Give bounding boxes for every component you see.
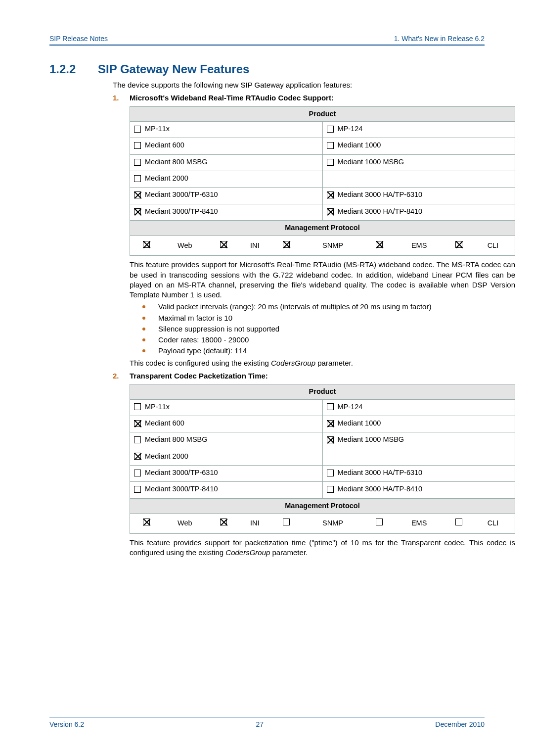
cell-label: Mediant 3000/TP-6310 — [145, 190, 218, 200]
checkbox-icon[interactable] — [327, 126, 334, 133]
checkbox-icon[interactable] — [134, 453, 141, 460]
mgmt-label: INI — [238, 516, 272, 531]
cell-label: Mediant 3000/TP-8410 — [145, 207, 218, 217]
mgmt-label: EMS — [394, 516, 445, 531]
mgmt-label: CLI — [473, 238, 513, 253]
list-number: 2. — [113, 371, 130, 381]
checkbox-icon[interactable] — [134, 126, 141, 133]
table-header: Management Protocol — [130, 221, 515, 236]
cell-label: Mediant 3000/TP-8410 — [145, 484, 218, 494]
table-row: Mediant 3000/TP-8410 Mediant 3000 HA/TP-… — [130, 204, 515, 220]
bullet-text: Maximal m factor is 10 — [158, 313, 232, 323]
list-item: Silence suppression is not supported — [142, 324, 515, 334]
list-item: Valid packet intervals (range): 20 ms (i… — [142, 302, 515, 312]
table-row: MP-11x MP-124 — [130, 399, 515, 416]
checkbox-icon[interactable] — [143, 519, 150, 525]
bullet-icon — [142, 305, 145, 308]
checkbox-icon[interactable] — [283, 241, 290, 248]
page-header: SIP Release Notes 1. What's New in Relea… — [49, 35, 485, 46]
bullet-text: Payload type (default): 114 — [158, 346, 247, 356]
bullet-icon — [142, 338, 145, 341]
list-title: Transparent Codec Packetization Time: — [130, 371, 268, 381]
bullet-text: Coder rates: 18000 - 29000 — [158, 335, 249, 345]
mgmt-label: INI — [238, 238, 272, 253]
cell-label: Mediant 800 MSBG — [145, 157, 208, 167]
cell-label: Mediant 1000 MSBG — [338, 157, 404, 167]
table-row: Mediant 3000/TP-6310 Mediant 3000 HA/TP-… — [130, 188, 515, 204]
table-row: MP-11x MP-124 — [130, 122, 515, 138]
cell-label: MP-124 — [338, 402, 363, 412]
checkbox-icon[interactable] — [376, 519, 383, 525]
table-row: Mediant 800 MSBG Mediant 1000 MSBG — [130, 154, 515, 171]
paragraph: This feature provides support for packet… — [130, 538, 515, 558]
cell-label: Mediant 3000 HA/TP-6310 — [338, 468, 423, 478]
cell-label: Mediant 3000 HA/TP-6310 — [338, 190, 423, 200]
list-title: Microsoft's Wideband Real-Time RTAudio C… — [130, 93, 334, 103]
footer-center: 27 — [256, 720, 264, 728]
table-row: Mediant 600 Mediant 1000 — [130, 138, 515, 154]
header-right: 1. What's New in Release 6.2 — [394, 35, 485, 43]
checkbox-icon[interactable] — [134, 436, 141, 443]
checkbox-icon[interactable] — [283, 519, 290, 525]
checkbox-icon[interactable] — [327, 191, 334, 198]
list-item: Coder rates: 18000 - 29000 — [142, 335, 515, 345]
list-item-2: 2. Transparent Codec Packetization Time: — [113, 371, 485, 381]
cell-label: Mediant 3000 HA/TP-8410 — [338, 207, 423, 217]
checkbox-icon[interactable] — [327, 142, 334, 149]
bullet-icon — [142, 328, 145, 331]
mgmt-row: Web INI SNMP EMS CLI — [130, 514, 515, 534]
bullet-icon — [142, 317, 145, 320]
checkbox-icon[interactable] — [134, 403, 141, 410]
section-header: 1.2.2 SIP Gateway New Features — [49, 62, 485, 76]
checkbox-icon[interactable] — [134, 175, 141, 182]
list-item-1: 1. Microsoft's Wideband Real-Time RTAudi… — [113, 93, 485, 103]
list-number: 1. — [113, 93, 130, 103]
mgmt-label: SNMP — [301, 516, 365, 531]
cell-label: Mediant 800 MSBG — [145, 435, 208, 445]
checkbox-icon[interactable] — [327, 208, 334, 215]
table-header: Product — [130, 106, 515, 122]
mgmt-label: EMS — [394, 238, 445, 253]
checkbox-icon[interactable] — [143, 241, 150, 248]
checkbox-icon[interactable] — [134, 208, 141, 215]
checkbox-icon[interactable] — [134, 191, 141, 198]
paragraph: This feature provides support for Micros… — [130, 260, 515, 300]
checkbox-icon[interactable] — [220, 241, 227, 248]
table-row: Mediant 3000/TP-8410 Mediant 3000 HA/TP-… — [130, 482, 515, 498]
bullet-list: Valid packet intervals (range): 20 ms (i… — [142, 302, 515, 356]
mgmt-label: CLI — [473, 516, 513, 531]
checkbox-icon[interactable] — [376, 241, 383, 248]
mgmt-label: Web — [161, 238, 209, 253]
list-item: Payload type (default): 114 — [142, 346, 515, 356]
product-table-1: Product MP-11x MP-124 Mediant 600 Median… — [130, 106, 515, 256]
checkbox-icon[interactable] — [134, 486, 141, 493]
table-row: Mediant 600 Mediant 1000 — [130, 416, 515, 432]
bullet-text: Valid packet intervals (range): 20 ms (i… — [158, 302, 431, 312]
section-title: SIP Gateway New Features — [98, 62, 249, 76]
checkbox-icon[interactable] — [455, 519, 462, 525]
checkbox-icon[interactable] — [134, 159, 141, 166]
checkbox-icon[interactable] — [327, 420, 334, 427]
cell-label: MP-11x — [145, 402, 170, 412]
checkbox-icon[interactable] — [327, 159, 334, 166]
checkbox-icon[interactable] — [134, 420, 141, 427]
checkbox-icon[interactable] — [455, 241, 462, 248]
checkbox-icon[interactable] — [327, 436, 334, 443]
checkbox-icon[interactable] — [327, 486, 334, 493]
checkbox-icon[interactable] — [327, 470, 334, 476]
footer-left: Version 6.2 — [49, 720, 84, 728]
checkbox-icon[interactable] — [327, 403, 334, 410]
bullet-text: Silence suppression is not supported — [158, 324, 279, 334]
cell-label: MP-11x — [145, 124, 170, 134]
cell-label: Mediant 2000 — [145, 174, 188, 184]
product-table-2: Product MP-11x MP-124 Mediant 600 Median… — [130, 384, 515, 534]
mgmt-row: Web INI SNMP EMS CLI — [130, 236, 515, 256]
table-header: Product — [130, 384, 515, 400]
mgmt-label: Web — [161, 516, 209, 531]
checkbox-icon[interactable] — [134, 470, 141, 476]
cell-label: Mediant 2000 — [145, 452, 188, 462]
checkbox-icon[interactable] — [220, 519, 227, 525]
header-left: SIP Release Notes — [49, 35, 108, 43]
cell-label: Mediant 3000 HA/TP-8410 — [338, 484, 423, 494]
checkbox-icon[interactable] — [134, 142, 141, 149]
